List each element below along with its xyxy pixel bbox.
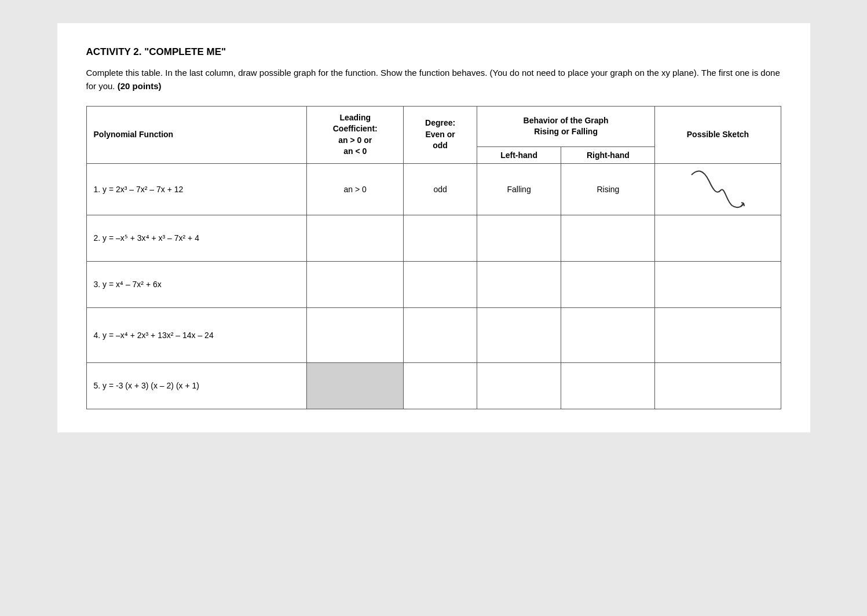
right-hand-cell xyxy=(561,362,655,409)
table-row: 5. y = -3 (x + 3) (x – 2) (x + 1) xyxy=(86,362,781,409)
left-hand-cell xyxy=(477,362,561,409)
degree-cell xyxy=(404,362,477,409)
function-cell: 3. y = x⁴ – 7x² + 6x xyxy=(86,261,307,307)
degree-cell: odd xyxy=(404,163,477,215)
table-row: 4. y = –x⁴ + 2x³ + 13x² – 14x – 24 xyxy=(86,307,781,362)
sketch-cell xyxy=(655,261,781,307)
table-row: 1. y = 2x³ – 7x² – 7x + 12 an > 0 odd Fa… xyxy=(86,163,781,215)
left-hand-cell: Falling xyxy=(477,163,561,215)
sketch-cell xyxy=(655,215,781,261)
right-hand-cell xyxy=(561,307,655,362)
col-header-function: Polynomial Function xyxy=(86,106,307,163)
page: ACTIVITY 2. "COMPLETE ME" Complete this … xyxy=(57,23,810,432)
right-hand-cell xyxy=(561,215,655,261)
coefficient-cell xyxy=(307,362,404,409)
sketch-cell xyxy=(655,163,781,215)
coefficient-cell xyxy=(307,261,404,307)
activity-table: Polynomial Function Leading Coefficient:… xyxy=(86,106,781,409)
table-header-row: Polynomial Function Leading Coefficient:… xyxy=(86,106,781,146)
col-header-behavior: Behavior of the Graph Rising or Falling xyxy=(477,106,655,146)
sketch-cell xyxy=(655,307,781,362)
svg-line-1 xyxy=(741,203,744,203)
col-header-degree: Degree: Even or odd xyxy=(404,106,477,163)
coefficient-cell: an > 0 xyxy=(307,163,404,215)
left-hand-cell xyxy=(477,307,561,362)
svg-line-2 xyxy=(744,203,744,206)
right-hand-cell: Rising xyxy=(561,163,655,215)
function-cell: 1. y = 2x³ – 7x² – 7x + 12 xyxy=(86,163,307,215)
table-row: 3. y = x⁴ – 7x² + 6x xyxy=(86,261,781,307)
activity-title: ACTIVITY 2. "COMPLETE ME" xyxy=(86,46,781,58)
col-header-right-hand: Right-hand xyxy=(561,146,655,163)
degree-cell xyxy=(404,307,477,362)
coefficient-cell xyxy=(307,215,404,261)
coefficient-cell xyxy=(307,307,404,362)
sketch-cell xyxy=(655,362,781,409)
function-cell: 2. y = –x⁵ + 3x⁴ + x³ – 7x² + 4 xyxy=(86,215,307,261)
right-hand-cell xyxy=(561,261,655,307)
col-header-coefficient: Leading Coefficient: an > 0 or an < 0 xyxy=(307,106,404,163)
function-cell: 5. y = -3 (x + 3) (x – 2) (x + 1) xyxy=(86,362,307,409)
degree-cell xyxy=(404,261,477,307)
instructions: Complete this table. In the last column,… xyxy=(86,66,781,93)
col-header-left-hand: Left-hand xyxy=(477,146,561,163)
sketch-svg xyxy=(689,166,747,212)
instructions-points: (20 points) xyxy=(118,81,162,91)
instructions-text: Complete this table. In the last column,… xyxy=(86,68,780,91)
left-hand-cell xyxy=(477,261,561,307)
left-hand-cell xyxy=(477,215,561,261)
col-header-sketch: Possible Sketch xyxy=(655,106,781,163)
degree-cell xyxy=(404,215,477,261)
table-row: 2. y = –x⁵ + 3x⁴ + x³ – 7x² + 4 xyxy=(86,215,781,261)
function-cell: 4. y = –x⁴ + 2x³ + 13x² – 14x – 24 xyxy=(86,307,307,362)
